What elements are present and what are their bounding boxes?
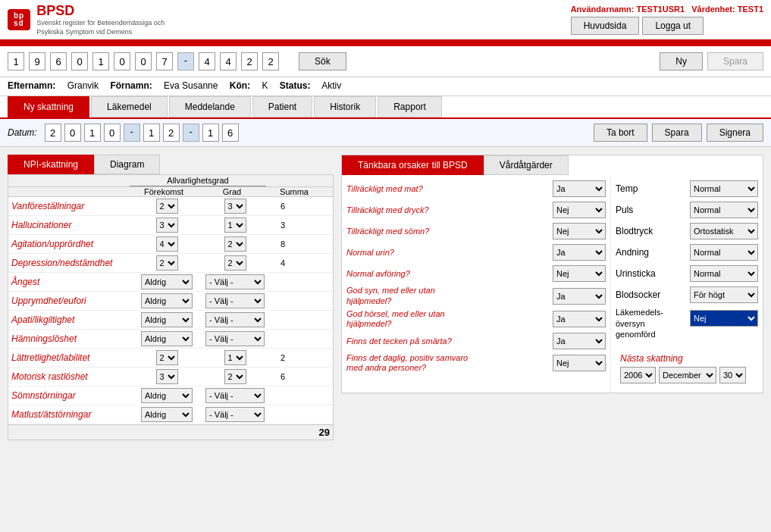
pid-digit-8[interactable] — [156, 52, 173, 70]
npi-select-ham-grad[interactable]: - Välj -123 — [205, 331, 265, 346]
list-item: Tillräckligt med mat? JaNej — [346, 180, 606, 198]
date-y1[interactable] — [45, 124, 61, 142]
date-m2[interactable] — [163, 124, 180, 142]
npi-select-latt-grad[interactable]: 123 — [224, 350, 246, 365]
pid-digit-10[interactable] — [220, 52, 237, 70]
npi-select-somn-fore[interactable]: Aldrig1234 — [141, 388, 193, 403]
npi-select-upp-fore[interactable]: Aldrig1234 — [141, 293, 193, 308]
npi-col-empty — [8, 175, 130, 186]
npi-select-ang-fore[interactable]: Aldrig1234 — [141, 274, 193, 289]
npi-select-dep-grad[interactable]: 123 — [224, 255, 246, 271]
tab-rapport[interactable]: Rapport — [378, 96, 442, 117]
npi-tab-diagram[interactable]: Diagram — [94, 155, 160, 174]
q-syn-select[interactable]: JaNej — [553, 288, 606, 305]
q-somn-select[interactable]: JaNej — [553, 223, 606, 239]
pid-digit-11[interactable] — [241, 52, 258, 70]
date-y2[interactable] — [64, 124, 81, 142]
date-d1[interactable] — [202, 124, 219, 142]
npi-select-hall-grad[interactable]: 123 — [224, 217, 246, 233]
vital-puls-select[interactable]: NormalHögLåg — [690, 202, 758, 218]
nasta-day-select[interactable]: 1251015 20253031 — [719, 367, 746, 383]
vital-blodtryck-select[interactable]: NormalOrtostatiskHögtLågt — [690, 223, 758, 239]
logout-button[interactable]: Logga ut — [642, 17, 704, 35]
vital-lakemedel: Läkemedels-översyngenomförd NejJa — [616, 307, 758, 340]
q-mat-select[interactable]: JaNej — [553, 180, 606, 197]
spara-button[interactable]: Spara — [652, 124, 702, 142]
q-samvaro-select[interactable]: JaNej — [553, 355, 606, 371]
npi-select-vanf-grad[interactable]: 123 — [224, 199, 246, 214]
pid-digit-6[interactable] — [114, 52, 130, 70]
tab-lakemedel[interactable]: Läkemedel — [91, 96, 168, 117]
q-avforing-select[interactable]: JaNej — [553, 265, 606, 282]
patient-info: Efternamn: Granvik Förnamn: Eva Susanne … — [0, 77, 771, 96]
npi-select-dep-fore[interactable]: 1234 — [156, 255, 178, 271]
vital-lakemedel-label: Läkemedels-översyngenomförd — [616, 307, 676, 340]
bpsd-tab-orsaker[interactable]: Tänkbara orsaker till BPSD — [342, 155, 484, 175]
q-dryck-select[interactable]: JaNej — [553, 202, 606, 218]
npi-label-hamning: Hämningslöshet — [11, 333, 133, 344]
q-smarta-select[interactable]: JaNej — [553, 333, 606, 349]
tab-historik[interactable]: Historik — [314, 96, 376, 117]
tabort-button[interactable]: Ta bort — [594, 124, 647, 142]
npi-select-somn-grad[interactable]: - Välj -123 — [205, 388, 265, 403]
table-row: Hämningslöshet Aldrig1234 - Välj -123 — [8, 330, 333, 349]
new-button[interactable]: Ny — [660, 52, 703, 70]
list-item: Finns det daglig, positiv samvaro med an… — [346, 353, 606, 373]
npi-cell-apa-fore: Aldrig1234 — [133, 312, 201, 327]
search-button[interactable]: Sök — [299, 52, 346, 70]
nasta-month-select[interactable]: JanuariFebruariMarsApril MajJuniJuliAugu… — [659, 367, 716, 383]
npi-select-mat-fore[interactable]: Aldrig1234 — [141, 407, 193, 422]
date-m1[interactable] — [143, 124, 160, 142]
npi-label-motorisk: Motorisk rastlöshet — [11, 371, 133, 382]
pid-digit-5[interactable] — [92, 52, 109, 70]
vital-urinsticka-select[interactable]: NormalAvvikande — [690, 265, 758, 282]
tab-patient[interactable]: Patient — [252, 96, 312, 117]
npi-select-latt-fore[interactable]: 1234 — [156, 350, 178, 365]
vital-lakemedel-select[interactable]: NejJa — [690, 310, 758, 327]
pid-digit-1[interactable] — [8, 52, 24, 70]
date-y4[interactable] — [104, 124, 121, 142]
bpsd-tab-vardatgarder[interactable]: Vårdåtgärder — [484, 155, 569, 175]
bpsd-content: Tillräckligt med mat? JaNej Tillräckligt… — [342, 175, 763, 393]
npi-select-upp-grad[interactable]: - Välj -123 — [205, 293, 265, 308]
pid-digit-3[interactable] — [50, 52, 67, 70]
signera-button[interactable]: Signera — [707, 124, 763, 142]
npi-tab-skattning[interactable]: NPI-skattning — [8, 155, 94, 174]
pid-digit-2[interactable] — [29, 52, 45, 70]
tab-ny-skattning[interactable]: Ny skattning — [8, 96, 89, 117]
npi-select-agit-grad[interactable]: 123 — [224, 236, 246, 252]
home-button[interactable]: Huvudsida — [571, 17, 640, 35]
npi-select-ang-grad[interactable]: - Välj -123 — [205, 274, 265, 289]
list-item: Tillräckligt med sömn? JaNej — [346, 222, 606, 240]
table-row: Hallucinationer 1234 123 3 — [8, 216, 333, 235]
npi-select-mot-fore[interactable]: 1234 — [156, 369, 178, 384]
pid-digit-4[interactable] — [71, 52, 88, 70]
pid-digit-9[interactable] — [199, 52, 215, 70]
unit-value: TEST1 — [738, 5, 763, 14]
npi-select-hall-fore[interactable]: 1234 — [156, 217, 178, 233]
panel-separator — [334, 155, 341, 440]
vital-temp-select[interactable]: NormalFörhöjdLåg — [690, 180, 758, 197]
q-urin-select[interactable]: JaNej — [553, 244, 606, 261]
list-item: Tillräckligt med dryck? JaNej — [346, 201, 606, 219]
npi-label-upprymdhet: Upprymdhet/eufori — [11, 296, 133, 306]
npi-label-angest: Ångest — [11, 277, 133, 287]
nasta-year-select[interactable]: 2005200620072008 — [620, 367, 656, 383]
date-y3[interactable] — [84, 124, 101, 142]
vital-blodsocker-select[interactable]: NormalFör högtFör högtFör lågt — [690, 286, 758, 303]
tab-meddelande[interactable]: Meddelande — [169, 96, 251, 117]
npi-select-mot-grad[interactable]: 123 — [224, 369, 246, 384]
npi-select-agit-fore[interactable]: 1234 — [156, 236, 178, 252]
npi-select-apa-fore[interactable]: Aldrig1234 — [141, 312, 193, 327]
vital-andning-select[interactable]: NormalAnsträngd — [690, 244, 758, 261]
pid-digit-7[interactable] — [135, 52, 152, 70]
npi-select-vanf-fore[interactable]: 1234 — [156, 199, 178, 214]
date-d2[interactable] — [222, 124, 239, 142]
q-horsel-select[interactable]: JaNej — [553, 311, 606, 327]
table-row: Matlust/ätstörningar Aldrig1234 - Välj -… — [8, 405, 333, 424]
npi-select-ham-fore[interactable]: Aldrig1234 — [141, 331, 193, 346]
npi-select-apa-grad[interactable]: - Välj -123 — [205, 312, 265, 327]
save-top-button[interactable]: Spara — [707, 52, 763, 70]
npi-select-mat-grad[interactable]: - Välj -123 — [205, 407, 265, 422]
pid-digit-12[interactable] — [262, 52, 279, 70]
